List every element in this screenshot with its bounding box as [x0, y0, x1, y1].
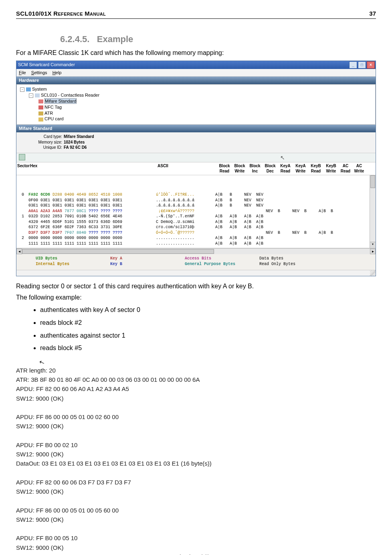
panel-mifare-header: Mifare Standard	[16, 125, 376, 132]
log-line: APDU: FF B0 00 05 10	[16, 535, 77, 541]
hex-row[interactable]: D3F7 D3F7 D3F7 7F07 8840 ???? ???? ????Ó…	[17, 230, 375, 236]
legend-internal: Internal Bytes	[36, 262, 69, 266]
step-4: reads block #5	[40, 344, 376, 352]
log-line: SW12: 9000 (OK)	[16, 423, 63, 429]
section-title: Example	[97, 34, 133, 44]
legend-keya: Key A	[110, 256, 122, 261]
scroll-thumb[interactable]	[370, 175, 375, 188]
horizontal-scrollbar[interactable]: ◂ ▸	[16, 248, 376, 254]
legend-access: Access Bits	[185, 256, 211, 261]
hex-row[interactable]: 1032D D102 2853 7091 010B 5402 656E 4E46…	[17, 214, 375, 219]
log-line: ATR length: 20	[16, 367, 56, 374]
scroll-down-button[interactable]: ▾	[370, 242, 376, 248]
log-line: APDU: FF 86 00 00 05 01 00 02 60 00	[16, 413, 119, 420]
col-ascii: ASCII	[158, 163, 214, 174]
hex-row[interactable]: 6372 6F2E 636F 6D2F 7363 6C33 3731 30FEc…	[17, 225, 375, 230]
tree-nfc[interactable]: NFC Tag	[38, 104, 373, 110]
memsize-label: Memory size:	[28, 140, 62, 145]
apdu-log: ↖ATR length: 20 ATR: 3B 8F 80 01 80 4F 0…	[16, 356, 376, 555]
legend: UID Bytes Key A Access Bits Data Bytes I…	[16, 254, 376, 270]
window-titlebar[interactable]: SCM Smartcard Commander _ □ ×	[16, 61, 376, 69]
vertical-scrollbar[interactable]: ▾	[370, 175, 376, 248]
tree-atr[interactable]: ATR	[38, 110, 373, 116]
menu-settings[interactable]: Settings	[31, 70, 47, 75]
log-line: SW12: 9000 (OK)	[16, 516, 63, 523]
para-auth: Reading sector 0 or sector 1 of this car…	[16, 282, 376, 291]
tree-mifare[interactable]: Mifare Standard	[38, 98, 373, 104]
section-number: 6.2.4.5.	[60, 34, 89, 44]
legend-uid: UID Bytes	[36, 256, 57, 261]
resize-grip-icon[interactable]	[370, 270, 376, 276]
uid-value: FA 92 6C D6	[64, 145, 87, 150]
tree-reader[interactable]: -SCL010 - Contactless Reader	[29, 92, 373, 98]
step-1: authenticates with key A of sector 0	[40, 306, 376, 314]
hex-header: Sector Hex ASCII Block Read Block Write …	[16, 162, 376, 175]
minimize-button[interactable]: _	[349, 61, 357, 69]
toolbar: ↖	[16, 153, 376, 162]
statusbar	[16, 270, 376, 276]
app-window: SCM Smartcard Commander _ □ × FFileile S…	[16, 61, 376, 277]
hex-body[interactable]: ▾ 0FA92 6CD6 D288 0400 4649 8652 4510 10…	[16, 175, 376, 249]
card-info: Card type:Mifare Standard Memory size:10…	[16, 132, 376, 153]
hscroll-thumb[interactable]	[22, 249, 214, 254]
maximize-button[interactable]: □	[358, 61, 366, 69]
log-line: APDU: FF 86 00 00 05 01 00 05 60 00	[16, 507, 119, 514]
tree-cpu[interactable]: CPU card	[38, 116, 373, 122]
log-line: APDU: FF B0 00 02 10	[16, 442, 77, 448]
hex-row[interactable]: A0A1 A2A3 A4A5 7877 08C1 ???? ???? ???? …	[17, 209, 375, 214]
hex-row[interactable]: 0F00 03E1 03E1 03E1 03E1 03E1 03E1 03E1.…	[17, 198, 375, 203]
example-steps: authenticates with key A of sector 0 rea…	[40, 306, 376, 352]
hex-row[interactable]: 20000 0000 0000 0000 0000 0000 0000 0000…	[17, 235, 375, 241]
menu-help[interactable]: Help	[53, 70, 62, 75]
step-3: authenticates against sector 1	[40, 331, 376, 340]
hardware-tree: -System -SCL010 - Contactless Reader Mif…	[16, 84, 376, 125]
cardtype-value: Mifare Standard	[64, 134, 94, 139]
close-button[interactable]: ×	[367, 61, 375, 69]
legend-keyb: Key B	[110, 262, 122, 266]
save-icon[interactable]	[19, 154, 25, 160]
col-perms: Block Read Block Write Block Inc Block D…	[217, 163, 375, 174]
menu-file[interactable]: FFileile	[19, 70, 26, 75]
tree-system[interactable]: -System	[20, 86, 373, 92]
step-2: reads block #2	[40, 318, 376, 327]
hex-row[interactable]: 1111 1111 1111 1111 1111 1111 1111 1111.…	[17, 241, 375, 247]
cursor-icon: ↖	[280, 154, 285, 162]
page-header: SCL010/01X Reference Manual 37	[16, 10, 376, 19]
log-line: SW12: 9000 (OK)	[16, 395, 63, 402]
cursor-icon: ↖	[38, 357, 46, 368]
legend-data: Data Bytes	[259, 256, 283, 261]
log-line: APDU: FF 82 00 60 06 A0 A1 A2 A3 A4 A5	[16, 385, 129, 392]
section-heading: 6.2.4.5. Example	[60, 33, 376, 45]
hex-row[interactable]: 4320 4465 6D6F 5101 1555 0373 636D 6D69C…	[17, 219, 375, 225]
legend-gp: General Purpose Bytes	[185, 262, 235, 266]
legend-ro: Read Only Bytes	[259, 262, 295, 266]
intro-paragraph: For a MIFARE Classic 1K card which has t…	[16, 49, 376, 57]
log-line: ATR: 3B 8F 80 01 80 4F 0C A0 00 00 03 06…	[16, 376, 200, 383]
col-sector: Sector	[17, 163, 28, 174]
hscroll-left[interactable]: ◂	[16, 249, 22, 254]
hscroll-right[interactable]: ▸	[370, 249, 376, 254]
col-hex: Hex	[28, 163, 150, 174]
log-line: SW12: 9000 (OK)	[16, 451, 63, 458]
uid-label: Unique ID:	[28, 145, 62, 150]
log-line: DataOut: 03 E1 03 E1 03 E1 03 E1 03 E1 0…	[16, 460, 212, 467]
para-example: The following example:	[16, 293, 376, 302]
doc-title: SCL010/01X Reference Manual	[16, 10, 106, 18]
page-number: 37	[369, 10, 376, 18]
log-line: DataOut: 43 20 44 65 6D 6F 51 01 15 55 0…	[16, 553, 210, 555]
memsize-value: 1024 Bytes	[64, 140, 85, 144]
log-line: APDU: FF 82 00 60 06 D3 F7 D3 F7 D3 F7	[16, 479, 131, 486]
menubar: FFileile Settings Help	[16, 69, 376, 77]
hex-row[interactable]: 0FA92 6CD6 D288 0400 4649 8652 4510 1008…	[17, 192, 375, 198]
log-line: SW12: 9000 (OK)	[16, 544, 63, 551]
window-controls: _ □ ×	[349, 61, 375, 69]
hex-row[interactable]: 03E1 03E1 03E1 03E1 03E1 03E1 03E1 03E1.…	[17, 203, 375, 209]
window-title: SCM Smartcard Commander	[18, 62, 75, 68]
cardtype-label: Card type:	[28, 134, 62, 140]
log-line: SW12: 9000 (OK)	[16, 488, 63, 495]
panel-hardware-header: Hardware	[16, 77, 376, 84]
